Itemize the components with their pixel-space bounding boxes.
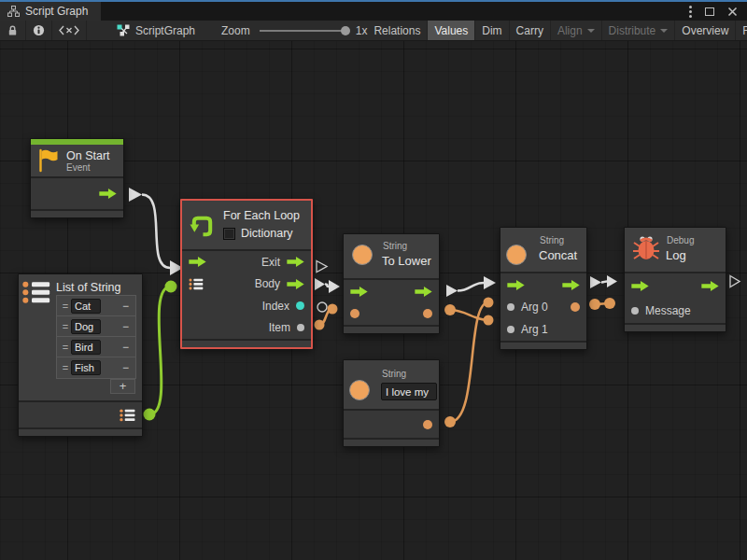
node-footer: [625, 323, 726, 331]
flow-stub-body[interactable]: [315, 278, 325, 290]
collection-input-port[interactable]: [189, 278, 204, 290]
result-output-port[interactable]: [571, 302, 580, 312]
tab-script-graph[interactable]: Script Graph: [0, 2, 101, 21]
align-button[interactable]: Align: [551, 21, 602, 40]
list-editor: = − = − = − =: [56, 295, 136, 379]
values-button[interactable]: Values: [428, 21, 475, 40]
drag-handle[interactable]: =: [60, 321, 71, 332]
list-item-input[interactable]: [71, 319, 101, 334]
wire-item-value[interactable]: [319, 309, 332, 325]
flow-stub-on-start[interactable]: [129, 188, 142, 202]
string-output-port[interactable]: [423, 309, 432, 318]
bug-icon: [633, 233, 659, 261]
orange-circle-icon: [352, 245, 373, 265]
node-list-of-string[interactable]: List of String = − = − =: [18, 273, 143, 437]
remove-item-button[interactable]: −: [119, 341, 133, 354]
list-output-port[interactable]: [120, 409, 135, 422]
kebab-menu-icon[interactable]: [689, 6, 692, 18]
port-label-exit: Exit: [261, 256, 280, 269]
dictionary-checkbox[interactable]: [223, 228, 235, 240]
remove-item-button[interactable]: −: [119, 300, 133, 313]
unconnected-log-exit-triangle[interactable]: [730, 276, 740, 287]
trigger-output-port[interactable]: [701, 281, 719, 291]
graph-canvas[interactable]: On Start Event List of String =: [0, 41, 747, 560]
node-string-literal[interactable]: String: [343, 359, 440, 447]
add-item-button[interactable]: +: [110, 379, 135, 394]
carry-button[interactable]: Carry: [510, 21, 551, 40]
inspect-button[interactable]: [26, 21, 52, 40]
maximize-icon[interactable]: [705, 7, 714, 16]
flow-stub-concat[interactable]: [590, 276, 601, 288]
trigger-output-port[interactable]: [99, 189, 117, 199]
wire-ball: [589, 299, 600, 310]
drag-handle[interactable]: =: [60, 342, 71, 353]
remove-item-button[interactable]: −: [119, 361, 133, 374]
node-on-start[interactable]: On Start Event: [30, 138, 124, 218]
node-title: For Each Loop: [223, 209, 300, 222]
graph-breadcrumb[interactable]: ScriptGraph: [111, 21, 201, 40]
unconnected-exit-triangle[interactable]: [317, 261, 327, 273]
list-item-row: = −: [57, 357, 135, 378]
fullscreen-button[interactable]: Full Screen: [736, 21, 747, 40]
wire-literal-to-arg0[interactable]: [450, 302, 488, 422]
node-title: To Lower: [382, 254, 431, 268]
lock-button[interactable]: [0, 21, 26, 40]
list-item-input[interactable]: [71, 340, 101, 355]
trigger-input-port[interactable]: [507, 280, 525, 290]
orange-circle-icon: [506, 245, 527, 265]
node-concat[interactable]: String Concat Arg 0 Arg 1: [500, 227, 587, 350]
arg1-input-port[interactable]: [507, 326, 514, 333]
wire-ball: [444, 304, 456, 315]
body-output-port[interactable]: [287, 279, 304, 289]
distribute-label: Distribute: [609, 24, 656, 37]
zoom-label: Zoom: [221, 24, 250, 37]
toolbar-toggles: Relations Values Dim Carry Align Distrib…: [367, 21, 747, 40]
trigger-input-port[interactable]: [189, 257, 206, 267]
unconnected-index-circle[interactable]: [317, 302, 327, 312]
trigger-output-port[interactable]: [562, 280, 580, 290]
overview-button[interactable]: Overview: [675, 21, 736, 40]
trigger-output-port[interactable]: [415, 287, 432, 297]
string-output-port[interactable]: [423, 420, 432, 429]
code-view-button[interactable]: [52, 21, 87, 40]
node-category: String: [383, 241, 407, 251]
remove-item-button[interactable]: −: [119, 320, 133, 333]
trigger-input-port[interactable]: [350, 287, 368, 297]
node-to-lower[interactable]: String To Lower: [343, 233, 440, 334]
list-item-input[interactable]: [71, 299, 101, 314]
wire-ball: [315, 320, 325, 330]
dim-button[interactable]: Dim: [475, 21, 509, 40]
item-output-port[interactable]: [297, 324, 304, 331]
string-value-input[interactable]: [381, 383, 437, 400]
chevron-down-icon: [587, 29, 595, 33]
arg0-input-port[interactable]: [507, 303, 514, 311]
list-item-input[interactable]: [71, 360, 101, 375]
flow-stub-to-lower[interactable]: [446, 285, 458, 297]
string-input-port[interactable]: [350, 309, 359, 318]
wire-concat-to-message[interactable]: [595, 303, 610, 304]
chevron-down-icon: [660, 29, 668, 33]
wire-ball: [328, 304, 338, 315]
close-icon[interactable]: [727, 7, 738, 17]
exit-output-port[interactable]: [287, 257, 304, 267]
wire-body-to-to-lower[interactable]: [325, 285, 329, 287]
graph-nodes-icon: [117, 24, 130, 36]
wire-list-to-for-each[interactable]: [149, 287, 171, 414]
message-input-port[interactable]: [631, 307, 639, 315]
trigger-input-port[interactable]: [631, 281, 649, 291]
wire-concat-to-log[interactable]: [601, 282, 607, 283]
zoom-slider-handle[interactable]: [341, 26, 350, 35]
wire-to-lower-to-concat[interactable]: [458, 283, 484, 291]
info-circle-icon: [33, 24, 45, 36]
drag-handle[interactable]: =: [60, 301, 71, 312]
zoom-slider[interactable]: [260, 30, 348, 32]
relations-button[interactable]: Relations: [367, 21, 428, 40]
index-output-port[interactable]: [296, 301, 304, 310]
node-for-each-loop[interactable]: For Each Loop Dictionary Exit: [180, 199, 313, 349]
node-debug-log[interactable]: Debug Log Message: [624, 227, 726, 332]
wire-to-lower-to-arg1[interactable]: [450, 310, 488, 320]
drag-handle[interactable]: =: [60, 362, 71, 373]
distribute-button[interactable]: Distribute: [602, 21, 676, 40]
wire-on-start-to-for-each[interactable]: [142, 195, 170, 269]
node-footer: [500, 341, 586, 349]
